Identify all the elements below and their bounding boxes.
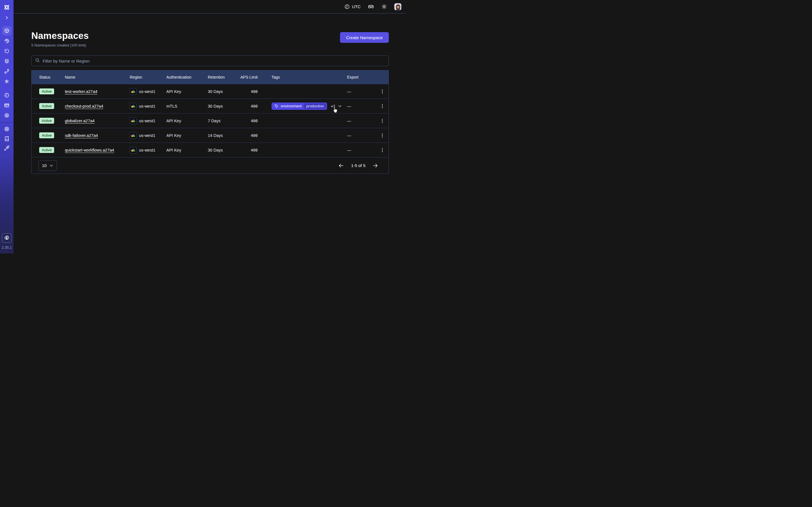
sidebar-item-radar-icon[interactable] xyxy=(2,36,11,46)
aps-limit-value: 400 xyxy=(240,148,258,152)
create-namespace-button[interactable]: Create Namespace xyxy=(340,32,389,43)
previous-page-arrow-icon[interactable] xyxy=(338,163,344,169)
region-label: us-west1 xyxy=(139,119,155,123)
table-header-row: Status Name Region Authentication Retent… xyxy=(32,70,389,84)
col-header-authentication: Authentication xyxy=(166,75,208,79)
namespace-link[interactable]: test-worker.a27a4 xyxy=(65,89,97,94)
sidebar-item-asterisk-icon[interactable] xyxy=(2,76,11,86)
export-value: — xyxy=(347,119,376,123)
pagination-range: 1-5 of 5 xyxy=(351,163,365,168)
page-size-select[interactable]: 10 xyxy=(38,160,57,171)
retention-value: 30 Days xyxy=(208,148,240,152)
sidebar-item-branch-icon[interactable] xyxy=(2,66,11,76)
namespace-link[interactable]: checkout-prod.a27a4 xyxy=(65,104,103,108)
page-subtitle: 5 Namespaces created (100 limit) xyxy=(31,43,89,47)
pagination: 1-5 of 5 xyxy=(338,163,378,169)
sidebar-item-gear-icon[interactable] xyxy=(2,111,11,120)
temporal-logo-icon[interactable] xyxy=(3,4,10,11)
auth-method: API Key xyxy=(166,119,208,123)
auth-method: API Key xyxy=(166,133,208,138)
row-menu-kebab-icon[interactable] xyxy=(378,146,386,154)
col-header-retention: Retention xyxy=(208,75,240,79)
status-badge: Active xyxy=(39,132,54,138)
col-header-tags: Tags xyxy=(258,75,347,79)
page-header: Namespaces 5 Namespaces created (100 lim… xyxy=(31,31,389,47)
gcp-cloud-icon xyxy=(130,88,137,95)
auth-method: mTLS xyxy=(166,104,208,108)
sun-icon[interactable] xyxy=(381,4,387,10)
col-header-export: Export xyxy=(347,75,376,79)
filter-bar xyxy=(31,55,389,66)
chevron-down-icon xyxy=(49,164,53,168)
row-menu-kebab-icon[interactable] xyxy=(378,117,386,125)
row-menu-kebab-icon[interactable] xyxy=(378,102,386,110)
user-avatar[interactable] xyxy=(394,3,402,10)
sidebar-item-life-ring-icon[interactable] xyxy=(2,124,11,134)
status-badge: Active xyxy=(39,118,54,124)
export-value: — xyxy=(347,148,376,152)
region-label: us-west1 xyxy=(139,89,155,94)
timezone-label: UTC xyxy=(352,4,361,9)
sidebar-item-credit-card-icon[interactable] xyxy=(2,101,11,110)
gcp-cloud-icon xyxy=(130,103,137,110)
tags-cell: environment production +1 xyxy=(258,103,347,110)
aps-limit-value: 400 xyxy=(240,119,258,123)
table-row: Active test-worker.a27a4 us-west1 API Ke… xyxy=(32,84,389,99)
namespace-link[interactable]: globalizer.a27a4 xyxy=(65,119,95,123)
sidebar-nav-account xyxy=(2,91,11,120)
sidebar-item-rocket-icon[interactable] xyxy=(2,144,11,153)
app-version: 2.35.1 xyxy=(2,245,12,249)
gcp-cloud-icon xyxy=(130,117,137,124)
sidebar-item-layers-icon[interactable] xyxy=(2,56,11,66)
sidebar-nav-primary xyxy=(2,26,11,86)
table-row: Active quickstart-workflows.a27a4 us-wes… xyxy=(32,143,389,157)
retention-value: 30 Days xyxy=(208,104,240,108)
export-value: — xyxy=(347,133,376,138)
timezone-selector[interactable]: UTC xyxy=(344,4,361,10)
status-badge: Active xyxy=(39,89,54,94)
filter-input[interactable] xyxy=(43,59,385,63)
sidebar-item-namespaces-cube-icon[interactable] xyxy=(2,26,11,36)
sidebar-expand-chevron-right-icon[interactable] xyxy=(3,14,10,21)
export-value: — xyxy=(347,104,376,108)
export-value: — xyxy=(347,89,376,94)
region-label: us-west1 xyxy=(139,104,155,108)
aps-limit-value: 400 xyxy=(240,89,258,94)
status-badge: Active xyxy=(39,147,54,153)
sidebar-item-book-sparkle-icon[interactable] xyxy=(2,134,11,144)
aps-limit-value: 400 xyxy=(240,133,258,138)
table-row: Active sdk-failover.a27a4 us-west1 API K… xyxy=(32,128,389,143)
row-menu-kebab-icon[interactable] xyxy=(378,131,386,139)
tags-expand[interactable]: +1 xyxy=(331,104,342,108)
namespace-link[interactable]: sdk-failover.a27a4 xyxy=(65,133,98,138)
aps-limit-value: 400 xyxy=(240,104,258,108)
page-content: Namespaces 5 Namespaces created (100 lim… xyxy=(13,13,406,174)
search-icon xyxy=(35,58,40,64)
row-menu-kebab-icon[interactable] xyxy=(378,88,386,96)
sidebar-item-gauge-icon[interactable] xyxy=(2,91,11,100)
tag-chip[interactable]: environment production xyxy=(271,103,327,110)
auth-method: API Key xyxy=(166,89,208,94)
gcp-cloud-icon xyxy=(130,147,137,154)
main-area: UTC Namespaces 5 Namespaces created (100… xyxy=(13,0,406,253)
tag-icon xyxy=(274,104,278,108)
next-page-arrow-icon[interactable] xyxy=(372,163,378,169)
table-row: Active checkout-prod.a27a4 us-west1 mTLS… xyxy=(32,99,389,113)
retention-value: 14 Days xyxy=(208,133,240,138)
namespace-link[interactable]: quickstart-workflows.a27a4 xyxy=(65,148,114,152)
table-row: Active globalizer.a27a4 us-west1 API Key… xyxy=(32,113,389,128)
plan-coin-badge-button[interactable] xyxy=(2,233,11,243)
retention-value: 7 Days xyxy=(208,119,240,123)
topbar: UTC xyxy=(13,0,406,13)
app-root: 2.35.1 UTC Namespaces xyxy=(0,0,406,253)
sidebar-item-timer-icon[interactable] xyxy=(2,46,11,56)
tags-more-count: +1 xyxy=(331,104,336,108)
glasses-icon[interactable] xyxy=(368,3,374,10)
namespaces-table: Status Name Region Authentication Retent… xyxy=(31,70,389,174)
retention-value: 30 Days xyxy=(208,89,240,94)
col-header-aps-limit: APS Limit xyxy=(240,75,258,79)
gcp-cloud-icon xyxy=(130,132,137,139)
sidebar-nav-help xyxy=(2,124,11,153)
col-header-status: Status xyxy=(39,75,65,79)
tag-key: environment xyxy=(281,104,302,108)
